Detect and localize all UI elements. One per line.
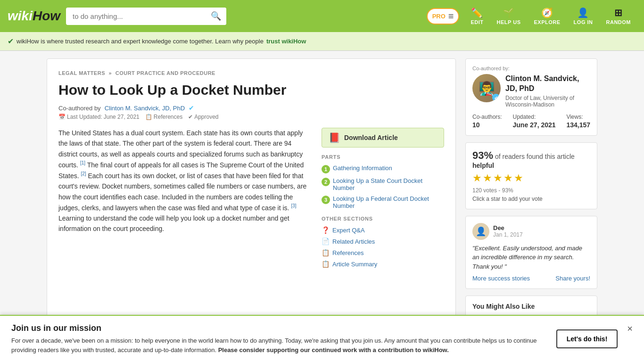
comment-text: "Excellent. Easily understood, and made …	[472, 244, 590, 272]
comment-date: Jan 1, 2017	[493, 231, 523, 238]
toc-part-1-label: Gathering Information	[333, 165, 392, 172]
download-button[interactable]: 📕 Download Article	[322, 128, 444, 148]
other-sections-label: OTHER SECTIONS	[322, 216, 444, 222]
toc-ref-label: References	[332, 249, 363, 256]
ref-1[interactable]: [1]	[80, 160, 85, 165]
nav-help-us-label: HELP US	[497, 19, 521, 25]
nav-random[interactable]: ⊞ RANDOM	[601, 5, 637, 27]
breadcrumb-court[interactable]: COURT PRACTICE AND PROCEDURE	[116, 70, 215, 76]
main-nav: ✏️ EDIT 🌱 HELP US 🧭 EXPLORE 👤 LOG IN ⊞ R…	[465, 5, 636, 27]
coauthors-value: 10	[472, 121, 502, 129]
star-rating[interactable]: ★ ★ ★ ★ ★	[472, 172, 590, 184]
header: wikiHow 🔍 PRO ≡ ✏️ EDIT 🌱 HELP US 🧭 EXPL…	[0, 0, 644, 32]
toc-parts: PARTS 1 Gathering Information 2 Looking …	[322, 154, 444, 211]
author-title: Doctor of Law, University of Wisconsin-M…	[505, 95, 590, 108]
search-button[interactable]: 🔍	[206, 8, 226, 25]
trust-link[interactable]: trust wikiHow	[266, 38, 306, 45]
banner-content: Join us in our mission For over a decade…	[11, 323, 547, 354]
toc-part-3-label: Looking Up a Federal Court Docket Number	[333, 195, 444, 209]
nav-random-label: RANDOM	[606, 19, 631, 25]
article-text: The United States has a dual court syste…	[58, 128, 312, 274]
article-meta-row2: 📅 Last Updated: June 27, 2021 📋 Referenc…	[58, 114, 444, 120]
ref-icon: 📋	[322, 249, 330, 256]
star-3[interactable]: ★	[493, 172, 503, 184]
toc-related-label: Related Articles	[332, 238, 375, 245]
approved-label: Approved	[194, 114, 218, 120]
explore-icon: 🧭	[541, 7, 553, 18]
star-4[interactable]: ★	[504, 172, 513, 184]
toc-num-3: 3	[322, 196, 330, 204]
article-meta: Co-authored by Clinton M. Sandvick, JD, …	[58, 104, 444, 112]
toc-part-2-label: Looking Up a State Court Docket Number	[333, 177, 444, 191]
pro-label: PRO	[432, 13, 446, 20]
pro-badge[interactable]: PRO ≡	[427, 8, 460, 25]
verified-icon: ✔	[189, 104, 194, 112]
author-link[interactable]: Clinton M. Sandvick, JD, PhD	[105, 105, 185, 112]
related-icon: 📄	[322, 238, 330, 245]
toc-references[interactable]: 📋 References	[322, 247, 444, 258]
author-info: Clinton M. Sandvick, JD, PhD Doctor of L…	[505, 74, 590, 108]
author-verified-badge: ✔	[492, 94, 500, 101]
banner-cta-button[interactable]: Let's do this!	[556, 329, 618, 348]
toc-part-3[interactable]: 3 Looking Up a Federal Court Docket Numb…	[322, 193, 444, 211]
banner-bold-text: Please consider supporting our continued…	[218, 346, 449, 354]
author-header: 👨‍🏫 ✔ Clinton M. Sandvick, JD, PhD Docto…	[472, 74, 590, 108]
search-input[interactable]	[66, 8, 226, 25]
breadcrumb: LEGAL MATTERS » COURT PRACTICE AND PROCE…	[58, 70, 444, 76]
article-body: The United States has a dual court syste…	[58, 128, 444, 274]
right-sidebar: Co-authored by: 👨‍🏫 ✔ Clinton M. Sandvic…	[465, 58, 597, 355]
nav-help-us[interactable]: 🌱 HELP US	[491, 5, 527, 27]
rating-card: 93% of readers found this article helpfu…	[465, 142, 597, 209]
more-stories-link[interactable]: More success stories	[472, 275, 530, 282]
toc-summary-label: Article Summary	[332, 261, 377, 268]
toc-related-articles[interactable]: 📄 Related Articles	[322, 236, 444, 247]
commenter-name: Dee	[493, 224, 523, 231]
toc-expert-qa[interactable]: ❓ Expert Q&A	[322, 224, 444, 236]
toc-other: OTHER SECTIONS ❓ Expert Q&A 📄 Related Ar…	[322, 216, 444, 270]
logo[interactable]: wikiHow	[8, 8, 60, 24]
star-2[interactable]: ★	[483, 172, 492, 184]
logo-how: How	[33, 8, 60, 24]
star-5[interactable]: ★	[514, 172, 523, 184]
last-updated-icon: 📅	[58, 114, 66, 120]
updated-label: Updated:	[513, 114, 556, 120]
coauthor-label: Co-authored by:	[472, 66, 590, 71]
nav-edit[interactable]: ✏️ EDIT	[465, 5, 489, 27]
toc-num-2: 2	[322, 178, 330, 186]
help-us-icon: 🌱	[503, 7, 515, 18]
breadcrumb-legal[interactable]: LEGAL MATTERS	[58, 70, 105, 76]
references-item: 📋 References	[145, 114, 182, 120]
toc-part-1[interactable]: 1 Gathering Information	[322, 163, 444, 175]
nav-explore[interactable]: 🧭 EXPLORE	[528, 5, 566, 27]
banner-text: For over a decade, we've been on a missi…	[11, 336, 547, 354]
logo-wiki: wiki	[8, 8, 33, 24]
commenter-info: Dee Jan 1, 2017	[493, 224, 523, 238]
banner-close-button[interactable]: ×	[627, 323, 633, 334]
download-label: Download Article	[344, 134, 398, 141]
approved-icon: ✔	[188, 114, 193, 120]
pdf-icon: 📕	[329, 132, 340, 143]
coauthors-stat: Co-authors: 10	[472, 114, 502, 129]
toc-part-2[interactable]: 2 Looking Up a State Court Docket Number	[322, 175, 444, 193]
toc-article-summary[interactable]: 📋 Article Summary	[322, 258, 444, 270]
also-like-title: You Might Also Like	[472, 303, 590, 310]
random-icon: ⊞	[614, 7, 623, 18]
ref-3[interactable]: [3]	[291, 203, 296, 208]
star-1[interactable]: ★	[472, 172, 482, 184]
nav-edit-label: EDIT	[471, 19, 483, 25]
nav-login[interactable]: 👤 LOG IN	[568, 5, 599, 27]
references-label: References	[154, 114, 182, 120]
updated-stat: Updated: June 27, 2021	[513, 114, 556, 129]
share-story-link[interactable]: Share yours!	[555, 275, 590, 282]
toc-sidebar: 📕 Download Article PARTS 1 Gathering Inf…	[322, 128, 444, 274]
rating-header: 93% of readers found this article helpfu…	[472, 149, 590, 169]
login-icon: 👤	[577, 7, 589, 18]
comment-card: 👤 Dee Jan 1, 2017 "Excellent. Easily und…	[465, 216, 597, 289]
ref-2[interactable]: [2]	[81, 171, 86, 176]
bottom-banner: Join us in our mission For over a decade…	[0, 315, 644, 362]
article-card: LEGAL MATTERS » COURT PRACTICE AND PROCE…	[47, 58, 456, 355]
last-updated-label: 📅 Last Updated: June 27, 2021	[58, 114, 140, 120]
hamburger-icon: ≡	[448, 11, 454, 22]
rating-text-before: of readers found this article	[495, 153, 575, 160]
trust-bar: ✔ wikiHow is where trusted research and …	[0, 32, 644, 51]
